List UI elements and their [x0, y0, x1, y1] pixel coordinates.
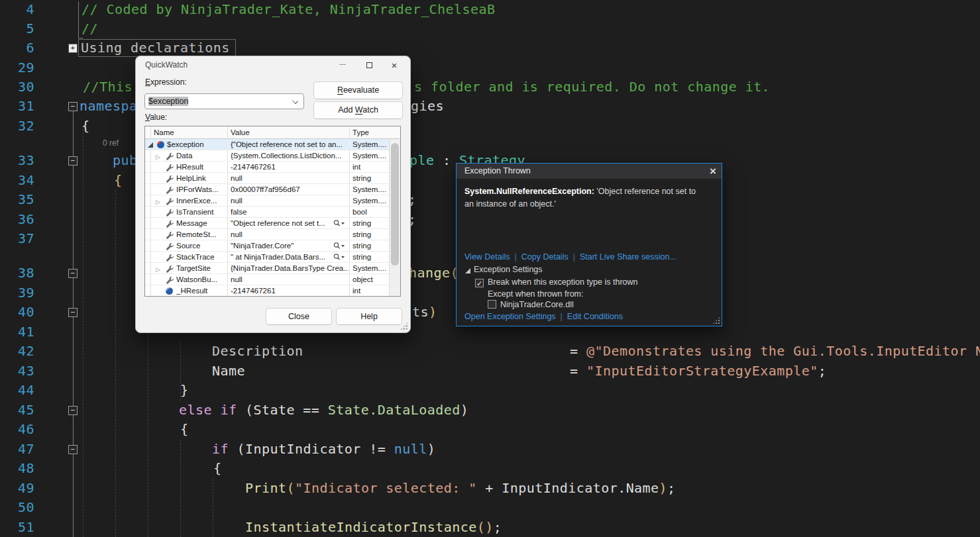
fold-toggle-icon[interactable]: +	[68, 44, 78, 53]
watch-name: TargetSite	[176, 263, 227, 273]
resize-grip[interactable]	[712, 317, 720, 324]
code-text: hange(	[409, 264, 459, 283]
fold-toggle-icon[interactable]: −	[68, 102, 78, 111]
grid-scrollbar[interactable]	[389, 139, 400, 296]
exception-popup: Exception Thrown × System.NullReferenceE…	[456, 163, 722, 326]
watch-name: RemoteSt...	[176, 229, 227, 240]
line-number: 47	[0, 440, 34, 459]
property-wrench-icon	[166, 265, 173, 272]
break-checkbox-row[interactable]: ✓Break when this exception type is throw…	[475, 277, 638, 287]
property-wrench-icon	[166, 152, 173, 160]
watch-name: HelpLink	[176, 173, 227, 183]
field-icon	[166, 287, 173, 295]
fold-toggle-icon[interactable]: −	[68, 445, 78, 454]
code-line: 44}	[0, 381, 980, 400]
code-text: gies	[411, 97, 444, 116]
fold-toggle-icon[interactable]: −	[68, 406, 78, 415]
watch-row[interactable]: IPForWats...0x00007ff7af956d67System....	[145, 184, 400, 195]
expander-closed-icon[interactable]: ▷	[156, 197, 160, 207]
watch-name: IPForWats...	[176, 184, 227, 195]
code-text: 0 ref	[103, 136, 119, 150]
chevron-down-icon[interactable]	[292, 98, 298, 104]
watch-type: string	[353, 240, 390, 251]
close-window-button[interactable]: ×	[385, 60, 404, 72]
quickwatch-titlebar[interactable]: QuickWatch ×	[136, 56, 410, 73]
code-line: 46{	[0, 420, 980, 439]
code-text: Description	[212, 342, 303, 361]
watch-row[interactable]: Source"NinjaTrader.Core"string	[145, 240, 400, 252]
watch-name: Message	[176, 218, 227, 228]
link-open-exception-settings[interactable]: Open Exception Settings	[464, 312, 556, 321]
watch-grid: Name Value Type $exception{"Object refer…	[144, 126, 401, 297]
line-number: 32	[0, 117, 34, 136]
link-copy-details[interactable]: Copy Details	[521, 252, 569, 262]
watch-value: "Object reference not set t...	[231, 218, 331, 228]
minimize-button[interactable]	[333, 60, 352, 72]
watch-row[interactable]: ▷Data{System.Collections.ListDiction...S…	[145, 150, 400, 162]
code-text: {	[213, 459, 222, 478]
watch-row[interactable]: RemoteSt...nullstring	[145, 229, 400, 240]
reevaluate-label: Reevaluate	[337, 85, 379, 95]
watch-row[interactable]: _HResult-2147467261int	[145, 285, 400, 297]
watch-name: IsTransient	[176, 207, 227, 217]
watch-row[interactable]: HelpLinknullstring	[145, 173, 400, 184]
column-header-value[interactable]: Value	[227, 126, 349, 138]
expander-icon[interactable]	[465, 268, 470, 273]
code-line: 4// Coded by NinjaTrader_Kate, NinjaTrad…	[0, 0, 980, 19]
link-separator: |	[556, 312, 567, 321]
expander-open-icon[interactable]	[148, 142, 153, 148]
collapsed-region[interactable]: Using declarations	[78, 39, 236, 57]
link-start-live-share-session[interactable]: Start Live Share session...	[580, 252, 677, 262]
watch-row[interactable]: Message"Object reference not set t...str…	[145, 218, 400, 229]
exception-settings-header[interactable]: Exception Settings	[474, 265, 543, 274]
watch-row[interactable]: IsTransientfalsebool	[145, 207, 400, 218]
property-wrench-icon	[166, 242, 173, 250]
checkbox-checked-icon[interactable]: ✓	[475, 279, 484, 287]
scrollbar-thumb[interactable]	[391, 143, 399, 266]
expression-combobox[interactable]: $exception	[144, 93, 304, 109]
watch-row[interactable]: StackTrace" at NinjaTrader.Data.Bars...s…	[145, 252, 400, 263]
link-separator: |	[510, 252, 521, 262]
watch-type: object	[353, 274, 390, 285]
watch-row[interactable]: HResult-2147467261int	[145, 162, 400, 173]
code-text: //	[82, 19, 98, 38]
close-button[interactable]: Close	[266, 308, 332, 325]
close-icon[interactable]: ×	[710, 164, 716, 178]
property-wrench-icon	[166, 186, 173, 193]
line-number: 40	[0, 303, 34, 322]
line-number: 38	[0, 264, 34, 283]
reevaluate-button[interactable]: Reevaluate	[313, 81, 403, 99]
watch-row[interactable]: ▷TargetSite{NinjaTrader.Data.BarsType Cr…	[145, 263, 400, 274]
fold-toggle-icon[interactable]: −	[68, 156, 78, 166]
code-line: 49Print("Indicator selected: " + InputIn…	[0, 479, 980, 498]
line-number: 43	[0, 362, 34, 381]
watch-value: 0x00007ff7af956d67	[231, 184, 349, 195]
exception-links-bottom: Open Exception Settings|Edit Conditions	[464, 312, 623, 321]
expander-closed-icon[interactable]: ▷	[156, 264, 160, 275]
watch-value: null	[231, 229, 349, 240]
watch-type: System....	[353, 263, 390, 273]
line-number: 39	[0, 283, 34, 303]
maximize-button[interactable]	[360, 60, 378, 72]
checkbox-unchecked-icon[interactable]	[488, 300, 496, 309]
code-text: {	[180, 420, 189, 439]
watch-row[interactable]: WatsonBu...nullobject	[145, 274, 400, 285]
line-number: 51	[0, 518, 34, 537]
watch-name: Source	[176, 240, 227, 251]
module-checkbox-row[interactable]: NinjaTrader.Core.dll	[488, 300, 574, 309]
link-view-details[interactable]: View Details	[464, 252, 510, 262]
help-button[interactable]: Help	[336, 308, 402, 325]
column-header-name[interactable]: Name	[150, 126, 227, 138]
except-when-label: Except when thrown from:	[488, 289, 584, 299]
fold-toggle-icon[interactable]: −	[68, 269, 78, 278]
column-header-type[interactable]: Type	[349, 126, 390, 138]
line-number: 29	[0, 58, 34, 77]
exception-popup-titlebar[interactable]: Exception Thrown ×	[457, 164, 722, 179]
watch-row[interactable]: ▷InnerExce...nullSystem....	[145, 195, 400, 207]
expander-closed-icon[interactable]: ▷	[156, 152, 160, 162]
link-edit-conditions[interactable]: Edit Conditions	[567, 312, 623, 321]
code-text: // Coded by NinjaTrader_Kate, NinjaTrade…	[82, 0, 496, 19]
add-watch-button[interactable]: Add Watch	[313, 101, 403, 119]
fold-toggle-icon[interactable]: −	[68, 308, 78, 317]
watch-row[interactable]: $exception{"Object reference not set to …	[145, 139, 400, 150]
